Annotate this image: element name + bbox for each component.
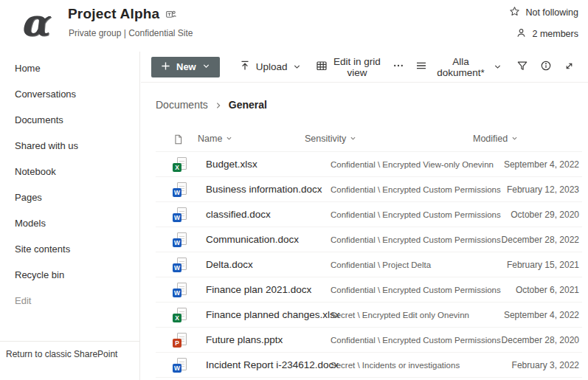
follow-button[interactable]: Not following <box>509 5 578 20</box>
file-type-badge: W <box>173 213 181 222</box>
chevron-down-icon <box>293 62 301 73</box>
chevron-down-icon <box>226 134 232 144</box>
file-sensitivity: Confidential \ Project Delta <box>331 260 431 269</box>
file-sensitivity: Secret \ Incidents or investigations <box>331 361 460 370</box>
file-modified: December 28, 2020 <box>502 335 579 345</box>
sidebar-item-home[interactable]: Home <box>0 55 139 81</box>
file-name[interactable]: Budget.xlsx <box>206 159 257 170</box>
file-sensitivity: Confidential \ Encrypted Custom Permissi… <box>331 185 501 194</box>
filter-icon <box>516 60 528 74</box>
upload-icon <box>239 60 251 74</box>
grid-icon <box>316 60 328 74</box>
sharepoint-site: α Project Alpha Private group | Confiden… <box>0 0 588 380</box>
table-row[interactable]: P Future plans.pptx Confidential \ Encry… <box>156 328 582 353</box>
table-row[interactable]: X Budget.xlsx Confidential \ Encrypted V… <box>156 152 582 177</box>
view-selector-button[interactable]: Alla dokument* <box>408 55 509 79</box>
sidebar-item-pages[interactable]: Pages <box>0 184 139 210</box>
person-icon <box>516 27 527 41</box>
new-button[interactable]: New <box>151 57 220 77</box>
column-header-modified[interactable]: Modified <box>473 134 518 144</box>
upload-button[interactable]: Upload <box>232 55 308 79</box>
members-button[interactable]: 2 members <box>509 27 578 41</box>
file-type-column-header[interactable] <box>173 134 184 148</box>
table-row[interactable]: W Delta.docx Confidential \ Project Delt… <box>156 252 582 277</box>
table-row[interactable]: W Finance plan 2021.docx Confidential \ … <box>156 277 582 303</box>
file-type-badge: W <box>173 238 181 247</box>
file-type-badge: W <box>173 364 181 373</box>
excel-file-icon: X <box>173 157 187 172</box>
file-modified: December 28, 2022 <box>502 235 579 245</box>
file-type-badge: W <box>173 263 181 272</box>
view-selector-label: Alla dokument* <box>432 56 488 78</box>
site-title[interactable]: Project Alpha <box>68 6 159 22</box>
more-button[interactable] <box>389 55 408 79</box>
page-icon <box>173 134 184 148</box>
file-modified: September 4, 2022 <box>504 310 579 320</box>
plus-icon <box>161 61 170 73</box>
star-icon <box>509 6 520 19</box>
chevron-right-icon <box>215 100 222 111</box>
info-icon <box>540 60 552 74</box>
classic-sharepoint-link[interactable]: Return to classic SharePoint <box>0 341 139 380</box>
upload-button-label: Upload <box>256 61 288 72</box>
follow-label: Not following <box>525 7 578 18</box>
sidebar-item-recycle-bin[interactable]: Recycle bin <box>0 262 139 288</box>
table-header: Name Sensitivity Modified <box>156 130 582 152</box>
file-name[interactable]: Business information.docx <box>206 184 322 195</box>
edit-grid-view-label: Edit in grid view <box>333 56 382 78</box>
chevron-down-icon <box>494 62 502 73</box>
sidebar-nav-list: HomeConversationsDocumentsShared with us… <box>0 52 139 314</box>
file-type-badge: W <box>173 289 181 297</box>
excel-file-icon: X <box>173 308 187 322</box>
breadcrumb-documents[interactable]: Documents <box>156 99 208 111</box>
table-row[interactable]: X Finance planned changes.xlsx Secret \ … <box>156 303 582 328</box>
file-sensitivity: Confidential \ Encrypted Custom Permissi… <box>331 235 501 244</box>
table-row[interactable]: W classified.docx Confidential \ Encrypt… <box>156 202 582 227</box>
file-sensitivity: Confidential \ Encrypted Custom Permissi… <box>331 286 501 294</box>
chevron-down-icon <box>511 134 518 144</box>
sidebar-item-models[interactable]: Models <box>0 210 139 236</box>
info-button[interactable] <box>535 55 557 79</box>
sidebar-item-documents[interactable]: Documents <box>0 107 139 133</box>
more-icon <box>392 60 404 74</box>
new-button-label: New <box>176 61 196 72</box>
word-file-icon: W <box>173 283 187 297</box>
sidebar-item-shared-with-us[interactable]: Shared with us <box>0 133 139 159</box>
file-name[interactable]: Finance planned changes.xlsx <box>206 309 340 320</box>
file-name[interactable]: classified.docx <box>206 209 271 220</box>
file-type-badge: P <box>173 339 181 348</box>
documents-table: Name Sensitivity Modified <box>156 130 582 378</box>
file-name[interactable]: Communication.docx <box>206 234 299 245</box>
site-header: α Project Alpha Private group | Confiden… <box>0 0 588 52</box>
site-logo[interactable]: α <box>13 0 56 46</box>
expand-icon <box>564 61 575 74</box>
file-type-badge: W <box>173 188 181 197</box>
column-header-sensitivity[interactable]: Sensitivity <box>305 134 356 144</box>
sidebar-item-conversations[interactable]: Conversations <box>0 81 139 107</box>
file-name[interactable]: Future plans.pptx <box>206 334 283 345</box>
file-name[interactable]: Delta.docx <box>206 259 253 270</box>
sidebar-item-notebook[interactable]: Notebook <box>0 159 139 184</box>
filter-button[interactable] <box>511 55 533 79</box>
table-body: X Budget.xlsx Confidential \ Encrypted V… <box>156 152 582 378</box>
teams-icon <box>165 8 176 22</box>
breadcrumb: Documents General <box>156 97 588 112</box>
table-row[interactable]: W Business information.docx Confidential… <box>156 177 582 202</box>
word-file-icon: W <box>173 182 187 197</box>
file-sensitivity: Confidential \ Encrypted Custom Permissi… <box>331 210 501 219</box>
chevron-down-icon <box>350 134 356 144</box>
file-name[interactable]: Finance plan 2021.docx <box>206 284 311 295</box>
column-header-name[interactable]: Name <box>198 134 232 144</box>
file-type-badge: X <box>173 314 181 322</box>
sidebar-item-edit[interactable]: Edit <box>0 288 139 314</box>
sidebar-item-site-contents[interactable]: Site contents <box>0 236 139 262</box>
table-row[interactable]: W Incident Report i-234612.docx Secret \… <box>156 353 582 378</box>
table-row[interactable]: W Communication.docx Confidential \ Encr… <box>156 227 582 252</box>
edit-grid-view-button[interactable]: Edit in grid view <box>308 55 390 79</box>
expand-button[interactable] <box>558 55 581 79</box>
file-type-badge: X <box>173 163 181 172</box>
file-modified: February 15, 2021 <box>507 260 579 270</box>
file-name[interactable]: Incident Report i-234612.docx <box>206 359 339 370</box>
members-label: 2 members <box>532 29 578 39</box>
word-file-icon: W <box>173 358 187 373</box>
